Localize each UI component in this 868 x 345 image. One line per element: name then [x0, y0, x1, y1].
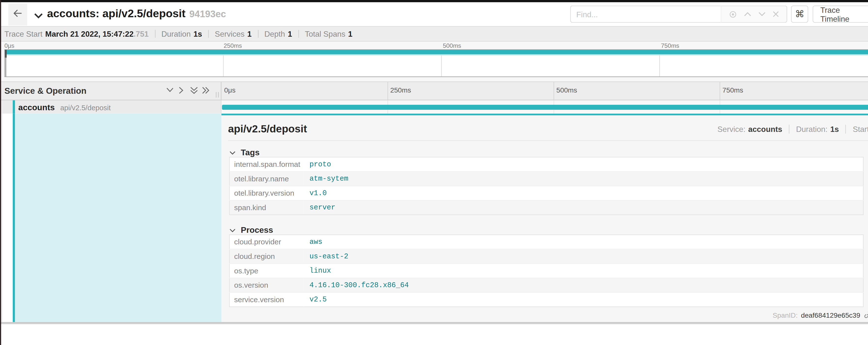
minimap-tick: 0μs	[4, 42, 14, 49]
keyboard-shortcuts-button[interactable]: ⌘	[791, 6, 808, 23]
table-row: internal.span.formatproto	[229, 157, 863, 172]
table-row: os.version4.16.10-300.fc28.x86_64	[229, 278, 863, 293]
duration-label: Duration:	[796, 125, 828, 134]
divider	[258, 30, 258, 38]
timeline-tick: 750ms	[722, 86, 743, 94]
tag-key: otel.library.name	[229, 172, 304, 186]
process-key: service.version	[229, 292, 304, 307]
trace-header: accounts: api/v2.5/deposit94193ec ⌘ Trac…	[0, 2, 868, 26]
minimap-tick: 750ms	[661, 42, 679, 49]
trace-view-selector[interactable]: Trace Timeline	[813, 6, 868, 23]
double-chevron-right-icon[interactable]	[202, 86, 210, 95]
tags-table: internal.span.formatproto otel.library.n…	[229, 157, 864, 215]
depth-value: 1	[288, 29, 292, 38]
services-value: 1	[247, 29, 252, 38]
tag-value: atm-sytem	[304, 172, 863, 186]
process-table: cloud.provideraws cloud.regionus-east-2 …	[229, 234, 864, 307]
tags-section-title: Tags	[241, 147, 259, 156]
divider	[208, 30, 209, 38]
timeline-tick: 250ms	[390, 86, 411, 94]
process-key: os.type	[229, 263, 304, 278]
timeline-tick: 0μs	[224, 86, 236, 94]
column-resizer-grip[interactable]	[215, 90, 220, 100]
trace-summary-bar: Trace Start March 21 2022, 15:47:22 .751…	[0, 26, 868, 41]
span-id-value: deaf684129e65c39	[801, 311, 860, 319]
collapse-trace-chevron-icon[interactable]	[34, 11, 43, 21]
process-key: cloud.region	[229, 249, 304, 264]
span-operation-title: api/v2.5/deposit	[228, 123, 307, 135]
table-row: cloud.provideraws	[229, 235, 863, 249]
service-value: accounts	[748, 125, 782, 134]
timeline-header: Service & Operation 0μs 250ms 500ms	[0, 82, 868, 100]
tag-key: otel.library.version	[229, 186, 304, 201]
span-detail-left-column[interactable]	[0, 114, 221, 322]
process-section-title: Process	[241, 225, 273, 234]
chevron-down-icon	[229, 225, 236, 234]
total-spans-value: 1	[348, 29, 353, 38]
table-row: otel.library.nameatm-sytem	[229, 172, 863, 186]
tag-value: server	[304, 200, 863, 215]
process-value: v2.5	[304, 292, 863, 307]
clear-search-close-icon[interactable]	[772, 10, 779, 18]
chevron-right-icon[interactable]	[178, 86, 184, 95]
trace-start-value: March 21 2022, 15:47:22	[45, 29, 133, 38]
minimap-span-bar	[5, 50, 868, 54]
span-timeline-cell[interactable]	[221, 100, 868, 114]
divider	[789, 125, 789, 134]
table-row: cloud.regionus-east-2	[229, 249, 863, 264]
trace-view-selector-label: Trace Timeline	[820, 5, 868, 23]
timeline-tick: 500ms	[556, 86, 577, 94]
span-service-name: accounts	[18, 103, 55, 112]
command-icon: ⌘	[795, 8, 804, 20]
span-id-label: SpanID:	[773, 311, 798, 319]
tag-value: proto	[304, 157, 863, 172]
service-color-stripe	[12, 100, 15, 114]
service-label: Service:	[717, 125, 745, 134]
timeline-gridline	[719, 82, 720, 100]
start-time-label: Start Time:	[853, 125, 868, 134]
divider	[298, 30, 299, 38]
minimap-scrubber-handle[interactable]	[5, 50, 7, 58]
duration-value: 1s	[193, 29, 202, 38]
timeline-gridline	[388, 82, 388, 100]
span-duration-bar[interactable]	[222, 105, 868, 110]
span-detail-header: api/v2.5/deposit Service: accounts Durat…	[228, 123, 868, 136]
tags-section-toggle[interactable]: Tags	[229, 147, 868, 157]
table-row: service.versionv2.5	[229, 292, 863, 307]
divider	[228, 140, 868, 141]
back-button[interactable]	[8, 3, 27, 26]
span-overview: Service: accounts Duration: 1s Start Tim…	[717, 125, 868, 134]
chevron-down-icon	[229, 147, 236, 156]
locate-span-icon[interactable]	[728, 9, 737, 19]
divider	[846, 125, 846, 134]
duration-value: 1s	[830, 125, 839, 134]
deep-link-icon[interactable]	[860, 310, 868, 320]
rows-left-border	[2, 114, 2, 322]
table-row: span.kindserver	[229, 200, 863, 215]
span-name-cell[interactable]: accountsapi/v2.5/deposit	[0, 100, 221, 114]
trace-page: accounts: api/v2.5/deposit94193ec ⌘ Trac…	[0, 0, 868, 345]
divider	[155, 30, 155, 38]
timeline-ticks-header: 0μs 250ms 500ms 750ms	[221, 82, 868, 100]
service-operation-header: Service & Operation	[0, 82, 221, 100]
services-label: Services	[215, 29, 245, 38]
span-id-row: SpanID: deaf684129e65c39	[773, 310, 868, 320]
table-row: otel.library.versionv1.0	[229, 186, 863, 201]
process-section-toggle[interactable]: Process	[229, 224, 868, 234]
tag-key: span.kind	[229, 200, 304, 215]
chevron-down-icon[interactable]	[166, 87, 175, 93]
timeline-gridline	[554, 82, 554, 100]
spacer	[221, 215, 868, 224]
total-spans-label: Total Spans	[305, 29, 345, 38]
find-input[interactable]	[570, 6, 721, 23]
trace-id-short: 94193ec	[189, 9, 226, 20]
tag-key: internal.span.format	[229, 157, 304, 172]
prev-result-chevron-up-icon[interactable]	[743, 11, 752, 17]
span-detail-accent-area[interactable]	[15, 114, 221, 322]
top-black-bar	[0, 0, 868, 2]
double-chevron-down-icon[interactable]	[189, 86, 198, 95]
next-result-chevron-down-icon[interactable]	[758, 11, 766, 17]
span-row[interactable]: accountsapi/v2.5/deposit	[0, 100, 868, 114]
minimap-span-bar-shadow	[5, 54, 868, 56]
minimap-canvas[interactable]	[4, 49, 868, 77]
